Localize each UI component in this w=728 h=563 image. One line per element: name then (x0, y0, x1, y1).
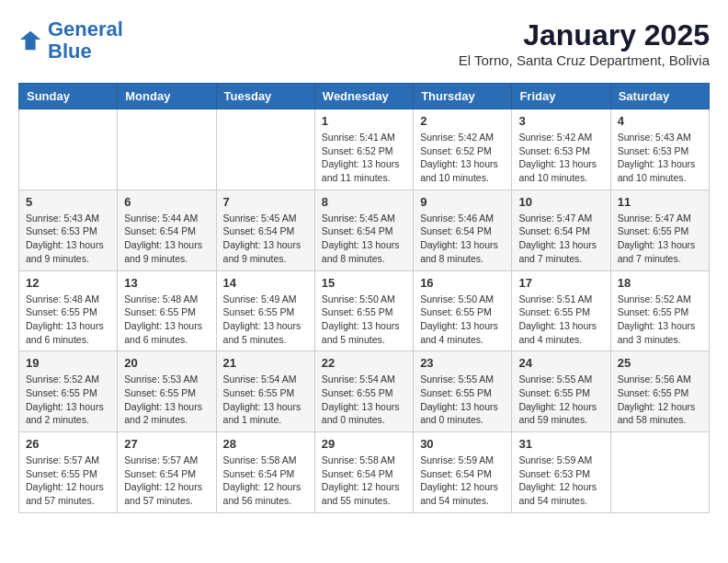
location: El Torno, Santa Cruz Department, Bolivia (459, 52, 710, 68)
calendar-cell: 3Sunrise: 5:42 AM Sunset: 6:53 PM Daylig… (512, 109, 610, 190)
day-content: Sunrise: 5:59 AM Sunset: 6:54 PM Dayligh… (420, 454, 505, 508)
day-content: Sunrise: 5:53 AM Sunset: 6:55 PM Dayligh… (124, 373, 209, 427)
day-number: 20 (124, 356, 209, 370)
calendar-cell: 7Sunrise: 5:45 AM Sunset: 6:54 PM Daylig… (216, 190, 314, 270)
calendar-cell: 12Sunrise: 5:48 AM Sunset: 6:55 PM Dayli… (19, 270, 118, 351)
day-number: 27 (124, 437, 209, 451)
day-number: 6 (124, 195, 209, 209)
day-number: 2 (420, 114, 505, 128)
day-number: 30 (420, 437, 505, 451)
calendar-cell: 8Sunrise: 5:45 AM Sunset: 6:54 PM Daylig… (314, 190, 413, 270)
day-number: 12 (26, 276, 110, 290)
day-number: 8 (322, 195, 406, 209)
day-content: Sunrise: 5:44 AM Sunset: 6:54 PM Dayligh… (124, 212, 209, 266)
calendar-cell: 23Sunrise: 5:55 AM Sunset: 6:55 PM Dayli… (414, 351, 512, 432)
calendar-header: SundayMondayTuesdayWednesdayThursdayFrid… (19, 84, 710, 109)
day-content: Sunrise: 5:55 AM Sunset: 6:55 PM Dayligh… (518, 373, 603, 427)
day-content: Sunrise: 5:58 AM Sunset: 6:54 PM Dayligh… (223, 454, 308, 508)
day-number: 4 (618, 114, 702, 128)
calendar-cell: 19Sunrise: 5:52 AM Sunset: 6:55 PM Dayli… (19, 351, 118, 432)
day-content: Sunrise: 5:48 AM Sunset: 6:55 PM Dayligh… (124, 293, 209, 347)
calendar-cell: 25Sunrise: 5:56 AM Sunset: 6:55 PM Dayli… (610, 351, 709, 432)
calendar-cell (118, 109, 216, 190)
day-content: Sunrise: 5:45 AM Sunset: 6:54 PM Dayligh… (223, 212, 308, 266)
day-content: Sunrise: 5:57 AM Sunset: 6:55 PM Dayligh… (26, 454, 110, 508)
day-number: 17 (518, 276, 603, 290)
day-number: 19 (26, 356, 110, 370)
calendar-week-4: 19Sunrise: 5:52 AM Sunset: 6:55 PM Dayli… (19, 351, 710, 432)
day-content: Sunrise: 5:42 AM Sunset: 6:53 PM Dayligh… (518, 131, 603, 185)
day-content: Sunrise: 5:47 AM Sunset: 6:55 PM Dayligh… (618, 212, 702, 266)
calendar-cell: 2Sunrise: 5:42 AM Sunset: 6:52 PM Daylig… (414, 109, 512, 190)
day-content: Sunrise: 5:52 AM Sunset: 6:55 PM Dayligh… (26, 373, 110, 427)
day-content: Sunrise: 5:43 AM Sunset: 6:53 PM Dayligh… (618, 131, 702, 185)
day-number: 13 (124, 276, 209, 290)
calendar-cell: 6Sunrise: 5:44 AM Sunset: 6:54 PM Daylig… (118, 190, 216, 270)
day-content: Sunrise: 5:46 AM Sunset: 6:54 PM Dayligh… (420, 212, 505, 266)
calendar-cell: 27Sunrise: 5:57 AM Sunset: 6:54 PM Dayli… (118, 432, 216, 513)
calendar-week-5: 26Sunrise: 5:57 AM Sunset: 6:55 PM Dayli… (19, 432, 710, 513)
logo-text: General Blue (48, 18, 123, 63)
day-number: 14 (223, 276, 308, 290)
day-number: 29 (322, 437, 406, 451)
calendar-cell (610, 432, 709, 513)
weekday-header-sunday: Sunday (19, 84, 118, 109)
calendar-cell: 10Sunrise: 5:47 AM Sunset: 6:54 PM Dayli… (512, 190, 610, 270)
day-number: 11 (618, 195, 702, 209)
weekday-header-row: SundayMondayTuesdayWednesdayThursdayFrid… (19, 84, 710, 109)
day-number: 16 (420, 276, 505, 290)
day-content: Sunrise: 5:48 AM Sunset: 6:55 PM Dayligh… (26, 293, 110, 347)
day-number: 10 (518, 195, 603, 209)
calendar-week-3: 12Sunrise: 5:48 AM Sunset: 6:55 PM Dayli… (19, 270, 710, 351)
calendar-cell: 28Sunrise: 5:58 AM Sunset: 6:54 PM Dayli… (216, 432, 314, 513)
logo-icon (18, 28, 44, 53)
day-content: Sunrise: 5:51 AM Sunset: 6:55 PM Dayligh… (518, 293, 603, 347)
day-number: 3 (518, 114, 603, 128)
calendar-cell: 15Sunrise: 5:50 AM Sunset: 6:55 PM Dayli… (314, 270, 413, 351)
calendar-cell: 18Sunrise: 5:52 AM Sunset: 6:55 PM Dayli… (610, 270, 709, 351)
weekday-header-saturday: Saturday (610, 84, 709, 109)
day-content: Sunrise: 5:42 AM Sunset: 6:52 PM Dayligh… (420, 131, 505, 185)
day-number: 25 (618, 356, 702, 370)
day-number: 1 (322, 114, 406, 128)
day-number: 5 (26, 195, 110, 209)
day-number: 21 (223, 356, 308, 370)
day-content: Sunrise: 5:58 AM Sunset: 6:54 PM Dayligh… (322, 454, 406, 508)
calendar-week-1: 1Sunrise: 5:41 AM Sunset: 6:52 PM Daylig… (19, 109, 710, 190)
day-content: Sunrise: 5:43 AM Sunset: 6:53 PM Dayligh… (26, 212, 110, 266)
day-number: 7 (223, 195, 308, 209)
calendar-cell: 16Sunrise: 5:50 AM Sunset: 6:55 PM Dayli… (414, 270, 512, 351)
calendar-week-2: 5Sunrise: 5:43 AM Sunset: 6:53 PM Daylig… (19, 190, 710, 270)
day-content: Sunrise: 5:55 AM Sunset: 6:55 PM Dayligh… (420, 373, 505, 427)
day-number: 15 (322, 276, 406, 290)
calendar-cell: 17Sunrise: 5:51 AM Sunset: 6:55 PM Dayli… (512, 270, 610, 351)
weekday-header-tuesday: Tuesday (216, 84, 314, 109)
day-number: 18 (618, 276, 702, 290)
calendar-cell: 11Sunrise: 5:47 AM Sunset: 6:55 PM Dayli… (610, 190, 709, 270)
calendar-cell: 9Sunrise: 5:46 AM Sunset: 6:54 PM Daylig… (414, 190, 512, 270)
svg-marker-0 (20, 31, 40, 51)
calendar-cell: 22Sunrise: 5:54 AM Sunset: 6:55 PM Dayli… (314, 351, 413, 432)
day-content: Sunrise: 5:50 AM Sunset: 6:55 PM Dayligh… (322, 293, 406, 347)
day-content: Sunrise: 5:54 AM Sunset: 6:55 PM Dayligh… (322, 373, 406, 427)
page-header: General Blue January 2025 El Torno, Sant… (18, 18, 710, 68)
day-content: Sunrise: 5:52 AM Sunset: 6:55 PM Dayligh… (618, 293, 702, 347)
day-content: Sunrise: 5:54 AM Sunset: 6:55 PM Dayligh… (223, 373, 308, 427)
day-number: 31 (518, 437, 603, 451)
calendar-cell (216, 109, 314, 190)
title-block: January 2025 El Torno, Santa Cruz Depart… (459, 18, 710, 68)
day-content: Sunrise: 5:56 AM Sunset: 6:55 PM Dayligh… (618, 373, 702, 427)
weekday-header-friday: Friday (512, 84, 610, 109)
calendar-cell: 13Sunrise: 5:48 AM Sunset: 6:55 PM Dayli… (118, 270, 216, 351)
calendar-cell: 5Sunrise: 5:43 AM Sunset: 6:53 PM Daylig… (19, 190, 118, 270)
weekday-header-thursday: Thursday (414, 84, 512, 109)
calendar-cell: 26Sunrise: 5:57 AM Sunset: 6:55 PM Dayli… (19, 432, 118, 513)
calendar-body: 1Sunrise: 5:41 AM Sunset: 6:52 PM Daylig… (19, 109, 710, 513)
day-content: Sunrise: 5:41 AM Sunset: 6:52 PM Dayligh… (322, 131, 406, 185)
calendar-cell (19, 109, 118, 190)
calendar: SundayMondayTuesdayWednesdayThursdayFrid… (18, 83, 710, 513)
day-content: Sunrise: 5:45 AM Sunset: 6:54 PM Dayligh… (322, 212, 406, 266)
day-number: 26 (26, 437, 110, 451)
weekday-header-monday: Monday (118, 84, 216, 109)
logo: General Blue (18, 18, 123, 63)
